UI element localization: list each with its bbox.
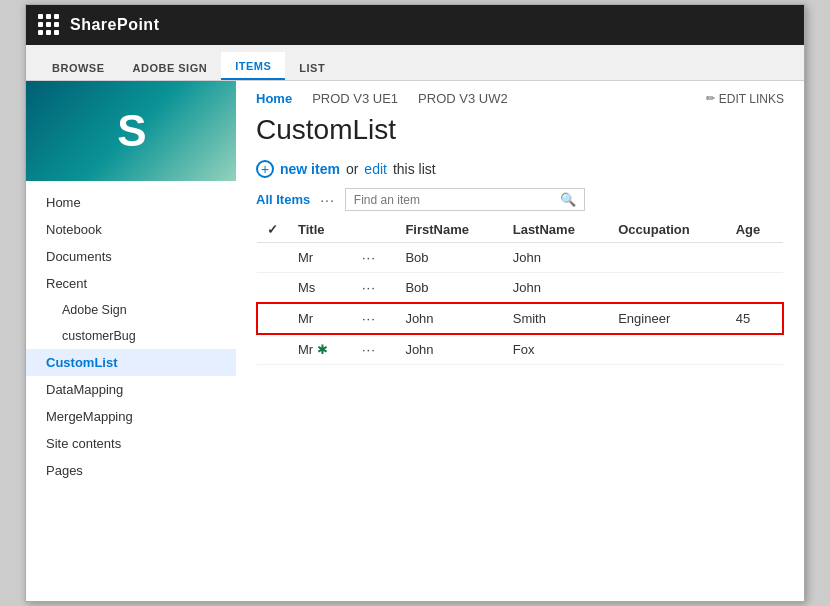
cell-title: Mr ✱ xyxy=(288,334,352,365)
topbar: SharePoint xyxy=(26,5,804,45)
col-check: ✓ xyxy=(257,217,288,243)
edit-links-button[interactable]: ✏ EDIT LINKS xyxy=(706,92,784,106)
cell-occupation xyxy=(608,334,726,365)
sidebar-item-customlist[interactable]: CustomList xyxy=(26,349,236,376)
col-dots-header xyxy=(352,217,395,243)
cell-dots[interactable]: ··· xyxy=(352,243,395,273)
cell-check xyxy=(257,334,288,365)
new-item-row: + new item or edit this list xyxy=(256,160,784,178)
cell-check xyxy=(257,303,288,334)
sidebar-item-mergemapping[interactable]: MergeMapping xyxy=(26,403,236,430)
col-age: Age xyxy=(726,217,783,243)
cell-firstname: John xyxy=(395,303,502,334)
table-row-highlighted[interactable]: Mr ··· John Smith Engineer 45 xyxy=(257,303,783,334)
cell-age xyxy=(726,334,783,365)
breadcrumb: Home PROD V3 UE1 PROD V3 UW2 ✏ EDIT LINK… xyxy=(256,81,784,110)
cell-title: Mr xyxy=(288,303,352,334)
table-row[interactable]: Ms ··· Bob John xyxy=(257,273,783,304)
cell-check xyxy=(257,273,288,304)
search-input[interactable] xyxy=(354,193,560,207)
asterisk-icon: ✱ xyxy=(317,342,328,357)
content-area: S Home Notebook Documents Recent Adobe S… xyxy=(26,81,804,601)
cell-age xyxy=(726,273,783,304)
cell-firstname: Bob xyxy=(395,273,502,304)
pencil-icon: ✏ xyxy=(706,92,715,105)
sidebar-nav: Home Notebook Documents Recent Adobe Sig… xyxy=(26,181,236,492)
cell-lastname: Fox xyxy=(503,334,608,365)
cell-title: Ms xyxy=(288,273,352,304)
cell-dots[interactable]: ··· xyxy=(352,303,395,334)
col-firstname: FirstName xyxy=(395,217,502,243)
breadcrumb-link-uw2[interactable]: PROD V3 UW2 xyxy=(418,91,508,106)
sidebar-item-sitecontents[interactable]: Site contents xyxy=(26,430,236,457)
sidebar-item-datamapping[interactable]: DataMapping xyxy=(26,376,236,403)
cell-dots[interactable]: ··· xyxy=(352,334,395,365)
sidebar-item-documents[interactable]: Documents xyxy=(26,243,236,270)
view-options-button[interactable]: ··· xyxy=(320,192,335,208)
search-box[interactable]: 🔍 xyxy=(345,188,585,211)
sidebar-item-recent[interactable]: Recent xyxy=(26,270,236,297)
table-header-row: ✓ Title FirstName LastName Occupation Ag… xyxy=(257,217,783,243)
tab-items[interactable]: ITEMS xyxy=(221,52,285,80)
cell-check xyxy=(257,243,288,273)
cell-occupation xyxy=(608,243,726,273)
sidebar: S Home Notebook Documents Recent Adobe S… xyxy=(26,81,236,601)
cell-firstname: John xyxy=(395,334,502,365)
tab-browse[interactable]: BROWSE xyxy=(38,54,119,80)
all-items-button[interactable]: All Items xyxy=(256,192,310,207)
tab-list[interactable]: LIST xyxy=(285,54,339,80)
new-item-or: or xyxy=(346,161,358,177)
cell-firstname: Bob xyxy=(395,243,502,273)
breadcrumb-link-ue1[interactable]: PROD V3 UE1 xyxy=(312,91,398,106)
logo-letter: S xyxy=(117,106,144,156)
col-title: Title xyxy=(288,217,352,243)
cell-lastname: John xyxy=(503,243,608,273)
list-table: ✓ Title FirstName LastName Occupation Ag… xyxy=(256,217,784,365)
sidebar-item-home[interactable]: Home xyxy=(26,189,236,216)
sidebar-item-pages[interactable]: Pages xyxy=(26,457,236,484)
tab-adobesign[interactable]: ADOBE SIGN xyxy=(119,54,222,80)
table-row[interactable]: Mr ··· Bob John xyxy=(257,243,783,273)
site-logo: S xyxy=(26,81,236,181)
table-row[interactable]: Mr ✱ ··· John Fox xyxy=(257,334,783,365)
cell-title: Mr xyxy=(288,243,352,273)
edit-list-link[interactable]: edit xyxy=(364,161,387,177)
app-name: SharePoint xyxy=(70,16,159,34)
cell-age: 45 xyxy=(726,303,783,334)
new-item-icon: + xyxy=(256,160,274,178)
sidebar-item-customerbug[interactable]: customerBug xyxy=(26,323,236,349)
sidebar-item-notebook[interactable]: Notebook xyxy=(26,216,236,243)
cell-age xyxy=(726,243,783,273)
col-lastname: LastName xyxy=(503,217,608,243)
grid-icon[interactable] xyxy=(38,14,60,36)
cell-lastname: Smith xyxy=(503,303,608,334)
cell-dots[interactable]: ··· xyxy=(352,273,395,304)
new-item-label[interactable]: new item xyxy=(280,161,340,177)
page-title: CustomList xyxy=(256,114,784,146)
col-occupation: Occupation xyxy=(608,217,726,243)
search-icon: 🔍 xyxy=(560,192,576,207)
sidebar-item-adobesign[interactable]: Adobe Sign xyxy=(26,297,236,323)
cell-lastname: John xyxy=(503,273,608,304)
new-item-rest: this list xyxy=(393,161,436,177)
cell-occupation xyxy=(608,273,726,304)
toolbar-row: All Items ··· 🔍 xyxy=(256,188,784,211)
breadcrumb-home[interactable]: Home xyxy=(256,91,292,106)
cell-occupation: Engineer xyxy=(608,303,726,334)
ribbon: BROWSE ADOBE SIGN ITEMS LIST xyxy=(26,45,804,81)
main-content: Home PROD V3 UE1 PROD V3 UW2 ✏ EDIT LINK… xyxy=(236,81,804,601)
